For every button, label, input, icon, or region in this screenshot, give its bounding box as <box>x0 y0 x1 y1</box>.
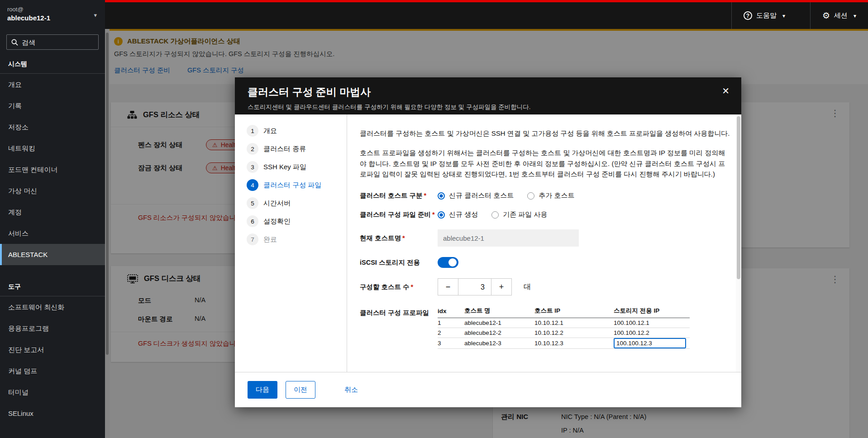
plus-button[interactable]: + <box>491 278 512 295</box>
host-type-row: 클러스터 호스트 구분* 신규 클러스터 호스트 추가 호스트 <box>360 191 730 200</box>
cell-idx: 1 <box>438 318 464 328</box>
radio-existing-file[interactable]: 기존 파일 사용 <box>491 210 547 219</box>
step-label: SSH Key 파일 <box>263 163 306 171</box>
field-label: 클러스터 구성 파일 준비* <box>360 210 438 219</box>
step-1-overview[interactable]: 1 개요 <box>247 125 347 137</box>
wizard-steps-nav: 1 개요 2 클러스터 종류 3 SSH Key 파일 4 클러스터 구성 파일… <box>235 114 347 372</box>
help-menu[interactable]: ? 도움말 ▾ <box>731 2 797 29</box>
sidebar-item-terminal[interactable]: 터미널 <box>0 381 105 403</box>
radio-label: 신규 생성 <box>449 210 478 219</box>
cell-idx: 2 <box>438 328 464 338</box>
hostname: ablecube12-1 <box>7 14 98 23</box>
host-count-stepper: − 3 + <box>438 278 512 295</box>
sidebar-item-podman-containers[interactable]: 포드맨 컨테이너 <box>0 159 105 180</box>
sidebar-search[interactable] <box>6 34 99 50</box>
radio-label: 신규 클러스터 호스트 <box>449 191 514 200</box>
sidebar-item-applications[interactable]: 응용프로그램 <box>0 318 105 339</box>
logged-in-user: root@ <box>7 5 98 14</box>
field-label: 클러스터 구성 프로파일 <box>360 306 438 317</box>
required-marker: * <box>424 192 427 199</box>
cluster-profile-row: 클러스터 구성 프로파일 idx 호스트 명 호스트 IP 스토리지 전용 IP <box>360 306 730 349</box>
field-label: iSCSI 스토리지 전용 <box>360 258 438 267</box>
field-label: 구성할 호스트 수* <box>360 283 438 291</box>
cell-host-ip[interactable]: 10.10.12.3 <box>534 338 614 349</box>
cancel-button[interactable]: 취소 <box>344 381 358 399</box>
close-icon[interactable]: ✕ <box>722 86 730 96</box>
iscsi-toggle[interactable] <box>438 257 458 268</box>
step-label: 완료 <box>263 235 277 244</box>
step-2-cluster-type[interactable]: 2 클러스터 종류 <box>247 143 347 155</box>
sidebar-item-diagnostic-reports[interactable]: 진단 보고서 <box>0 339 105 360</box>
hostname-row: 현재 호스트명* <box>360 229 730 247</box>
field-label: 현재 호스트명* <box>360 234 438 243</box>
modal-scrollbar[interactable] <box>736 114 741 372</box>
intro-paragraph: 클러스터를 구성하는 호스트 및 가상머신은 SSH 연결 및 고가용성 구성 … <box>360 128 730 138</box>
sidebar-item-accounts[interactable]: 계정 <box>0 201 105 223</box>
chevron-down-icon: ▾ <box>94 12 97 19</box>
sidebar-item-software-updates[interactable]: 소프트웨어 최신화 <box>0 296 105 318</box>
radio-label: 기존 파일 사용 <box>503 210 547 219</box>
host-count-value: 3 <box>458 278 491 295</box>
sidebar-item-ablestack[interactable]: ABLESTACK <box>0 244 105 265</box>
step-number: 4 <box>247 179 258 191</box>
sidebar-section-tools: 도구 <box>0 276 105 296</box>
radio-icon <box>438 211 445 219</box>
minus-button[interactable]: − <box>438 278 458 295</box>
cell-host-name[interactable]: ablecube12-2 <box>464 328 534 338</box>
column-header: 스토리지 전용 IP <box>614 306 690 318</box>
toggle-knob <box>448 258 457 267</box>
sidebar-item-selinux[interactable]: SELinux <box>0 403 105 424</box>
radio-additional-host[interactable]: 추가 호스트 <box>527 191 574 200</box>
cell-storage-ip[interactable]: 100.100.12.2 <box>614 328 690 338</box>
cluster-wizard-modal: 클러스터 구성 준비 마법사 스토리지센터 및 클라우드센터 클러스터를 구성하… <box>235 77 741 407</box>
storage-ip-edit-input[interactable] <box>614 338 686 348</box>
sidebar-item-virtual-machines[interactable]: 가상 머신 <box>0 180 105 201</box>
column-header: idx <box>438 306 464 318</box>
step-6-confirm-settings[interactable]: 6 설정확인 <box>247 215 347 227</box>
sidebar-item-networking[interactable]: 네트워킹 <box>0 138 105 159</box>
help-icon: ? <box>744 11 752 20</box>
sidebar: root@ ablecube12-1 ▾ 시스템 개요 기록 저장소 네트워킹 … <box>0 0 105 438</box>
step-number: 3 <box>247 161 258 173</box>
cell-storage-ip[interactable]: 100.100.12.1 <box>614 318 690 328</box>
required-marker: * <box>411 283 414 290</box>
radio-icon <box>438 192 445 200</box>
step-label: 시간서버 <box>263 199 291 208</box>
gear-icon: ⚙ <box>822 11 830 20</box>
sidebar-item-logs[interactable]: 기록 <box>0 95 105 116</box>
chevron-down-icon: ▾ <box>782 13 785 19</box>
modal-footer: 다음 이전 취소 <box>235 372 741 407</box>
cell-host-name[interactable]: ablecube12-1 <box>464 318 534 328</box>
step-3-ssh-key-file[interactable]: 3 SSH Key 파일 <box>247 161 347 173</box>
field-label: 클러스터 호스트 구분* <box>360 191 438 200</box>
cell-host-ip[interactable]: 10.10.12.1 <box>534 318 614 328</box>
sidebar-item-storage[interactable]: 저장소 <box>0 116 105 138</box>
cell-host-ip[interactable]: 10.10.12.2 <box>534 328 614 338</box>
next-button[interactable]: 다음 <box>248 381 277 399</box>
modal-title: 클러스터 구성 준비 마법사 <box>248 85 729 99</box>
table-row: 2 ablecube12-2 10.10.12.2 100.100.12.2 <box>438 328 690 338</box>
step-5-time-server[interactable]: 5 시간서버 <box>247 197 347 209</box>
masthead: ? 도움말 ▾ ⚙ 세션 ▾ <box>105 0 868 29</box>
step-label: 클러스터 종류 <box>263 145 306 153</box>
table-row: 1 ablecube12-1 10.10.12.1 100.100.12.1 <box>438 318 690 328</box>
step-number: 7 <box>247 233 258 245</box>
step-label: 클러스터 구성 파일 <box>263 181 321 190</box>
sidebar-item-overview[interactable]: 개요 <box>0 74 105 95</box>
radio-new-cluster-host[interactable]: 신규 클러스터 호스트 <box>438 191 514 200</box>
sidebar-item-services[interactable]: 서비스 <box>0 223 105 244</box>
radio-icon <box>491 211 499 219</box>
session-label: 세션 <box>834 11 848 20</box>
step-number: 1 <box>247 125 258 137</box>
cell-host-name[interactable]: ablecube12-3 <box>464 338 534 349</box>
help-label: 도움말 <box>756 11 777 20</box>
radio-new-file[interactable]: 신규 생성 <box>438 210 478 219</box>
search-input[interactable] <box>22 38 94 46</box>
sidebar-item-kernel-dump[interactable]: 커널 덤프 <box>0 360 105 381</box>
wizard-step-content: 클러스터를 구성하는 호스트 및 가상머신은 SSH 연결 및 고가용성 구성 … <box>347 114 735 372</box>
back-button[interactable]: 이전 <box>286 381 315 399</box>
host-switcher[interactable]: root@ ablecube12-1 ▾ <box>0 0 105 29</box>
session-menu[interactable]: ⚙ 세션 ▾ <box>810 2 868 29</box>
step-4-cluster-config-file[interactable]: 4 클러스터 구성 파일 <box>247 179 347 191</box>
scrollbar-thumb[interactable] <box>737 116 740 279</box>
